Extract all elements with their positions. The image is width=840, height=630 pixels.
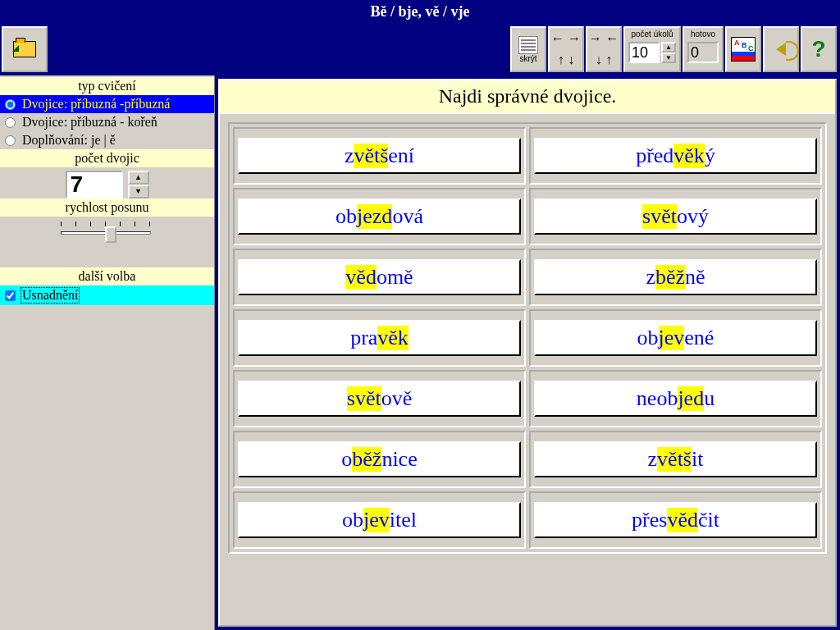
- word-card[interactable]: zvětšení: [238, 138, 521, 174]
- card-highlight: jev: [363, 508, 390, 532]
- hide-button[interactable]: skrýt: [510, 26, 546, 72]
- help-icon: ?: [811, 36, 825, 62]
- card-cell: objevené: [529, 309, 822, 367]
- pair-count-up[interactable]: ▲: [128, 171, 149, 185]
- exercise-panel: Najdi správné dvojice. zvětšenípředvěkýo…: [218, 79, 837, 627]
- instruction-text: Najdi správné dvojice.: [220, 80, 835, 114]
- card-highlight: jezd: [357, 204, 392, 229]
- arrows-2-button[interactable]: → ← ↓ ↑: [586, 26, 622, 72]
- radio-doplnovani[interactable]: Doplňování: je | ě: [0, 131, 214, 149]
- card-cell: neobjedu: [529, 370, 822, 427]
- card-grid: zvětšenípředvěkýobjezdovásvětovývědomězb…: [228, 122, 827, 554]
- usnadneni-checkbox[interactable]: [5, 290, 16, 301]
- done-output: [687, 42, 719, 63]
- card-suffix: omě: [377, 265, 413, 290]
- card-cell: světový: [529, 188, 822, 245]
- back-folder-button[interactable]: [2, 26, 48, 72]
- card-suffix: ení: [388, 144, 414, 168]
- task-count-up[interactable]: ▲: [661, 42, 676, 52]
- word-card[interactable]: objevitel: [238, 502, 521, 538]
- speed-header: rychlost posunu: [0, 199, 214, 217]
- card-suffix: u: [704, 386, 714, 411]
- card-highlight: svět: [642, 204, 677, 229]
- card-cell: zvětšení: [233, 127, 526, 185]
- card-prefix: z: [345, 144, 354, 168]
- card-highlight: věk: [673, 144, 705, 168]
- radio-dvojice-pribuzna-pribuzna[interactable]: Dvojice: příbuzná -příbuzná: [0, 95, 214, 113]
- word-card[interactable]: přesvědčit: [534, 502, 817, 538]
- card-suffix: nice: [381, 447, 417, 472]
- card-highlight: jed: [678, 386, 704, 411]
- slider-thumb[interactable]: [105, 226, 116, 243]
- abc-icon: ABC: [731, 37, 756, 62]
- radio-input-2[interactable]: [5, 117, 16, 128]
- task-count-group: počet úkolů ▲ ▼: [623, 26, 681, 72]
- speed-slider[interactable]: [0, 217, 214, 251]
- done-group: hotovo: [682, 26, 724, 72]
- toolbar: skrýt ← → ↑ ↓ → ← ↓ ↑ počet úkolů ▲ ▼ ho…: [0, 23, 840, 75]
- word-card[interactable]: oběžnice: [238, 441, 521, 477]
- card-suffix: ý: [705, 144, 715, 168]
- task-count-label: počet úkolů: [628, 30, 676, 39]
- word-card[interactable]: předvěký: [534, 138, 817, 174]
- usnadneni-checkbox-row[interactable]: Usnadnění: [0, 285, 214, 305]
- card-prefix: ob: [342, 508, 363, 532]
- main-area: Najdi správné dvojice. zvětšenípředvěkýo…: [215, 75, 840, 630]
- word-card[interactable]: zvětšit: [534, 441, 817, 477]
- radio-dvojice-pribuzna-koren[interactable]: Dvojice: příbuzná - kořeň: [0, 113, 214, 131]
- card-cell: objevitel: [233, 491, 526, 549]
- abc-button[interactable]: ABC: [725, 26, 761, 72]
- pair-count-down[interactable]: ▼: [128, 185, 149, 199]
- task-count-down[interactable]: ▼: [661, 52, 676, 63]
- card-cell: pravěk: [233, 309, 526, 367]
- card-highlight: větš: [354, 144, 388, 168]
- sidebar: typ cvičení Dvojice: příbuzná -příbuzná …: [0, 75, 215, 630]
- card-prefix: před: [636, 144, 673, 168]
- radio-input-1[interactable]: [5, 99, 16, 110]
- card-cell: oběžnice: [233, 431, 526, 488]
- task-count-input[interactable]: [628, 42, 660, 63]
- card-highlight: věd: [345, 265, 377, 290]
- word-card[interactable]: zběžně: [534, 259, 817, 295]
- word-card[interactable]: pravěk: [238, 320, 521, 356]
- word-card[interactable]: světově: [238, 381, 521, 417]
- card-suffix: ně: [685, 265, 705, 290]
- arrows-1-button[interactable]: ← → ↑ ↓: [548, 26, 584, 72]
- card-prefix: pra: [350, 326, 377, 350]
- arrows-horiz-vert-icon: ← → ↑ ↓: [551, 29, 581, 70]
- card-suffix: it: [692, 447, 703, 472]
- card-suffix: ově: [381, 386, 413, 411]
- card-suffix: ový: [677, 204, 709, 229]
- title-bar: Bě / bje, vě / vje: [0, 0, 840, 23]
- radio-label-1: Dvojice: příbuzná -příbuzná: [22, 97, 170, 112]
- card-suffix: ené: [684, 326, 714, 350]
- arrows-inward-icon: → ← ↓ ↑: [589, 29, 619, 70]
- card-highlight: svět: [347, 386, 381, 411]
- radio-input-3[interactable]: [5, 135, 16, 146]
- card-prefix: o: [341, 447, 352, 472]
- card-highlight: věd: [667, 508, 698, 532]
- card-highlight: běž: [655, 265, 685, 290]
- word-card[interactable]: objezdová: [238, 199, 521, 235]
- word-card[interactable]: vědomě: [238, 259, 521, 295]
- speaker-icon: [776, 43, 786, 56]
- card-cell: zvětšit: [529, 431, 822, 488]
- card-cell: předvěký: [529, 127, 822, 185]
- word-card[interactable]: světový: [534, 199, 817, 235]
- sound-button[interactable]: [763, 26, 799, 72]
- card-highlight: jev: [659, 326, 685, 350]
- card-cell: přesvědčit: [529, 491, 822, 549]
- folder-up-icon: [13, 41, 36, 57]
- hide-button-label: skrýt: [519, 54, 536, 63]
- card-cell: vědomě: [233, 249, 526, 306]
- more-options-header: další volba: [0, 267, 214, 285]
- radio-label-3: Doplňování: je | ě: [22, 133, 116, 148]
- word-card[interactable]: objevené: [534, 320, 817, 356]
- word-card[interactable]: neobjedu: [534, 381, 817, 417]
- exercise-type-header: typ cvičení: [0, 77, 214, 95]
- card-suffix: itel: [390, 508, 417, 532]
- card-cell: světově: [233, 370, 526, 427]
- pair-count-input[interactable]: [66, 171, 123, 199]
- document-lines-icon: [518, 36, 538, 54]
- help-button[interactable]: ?: [801, 26, 837, 72]
